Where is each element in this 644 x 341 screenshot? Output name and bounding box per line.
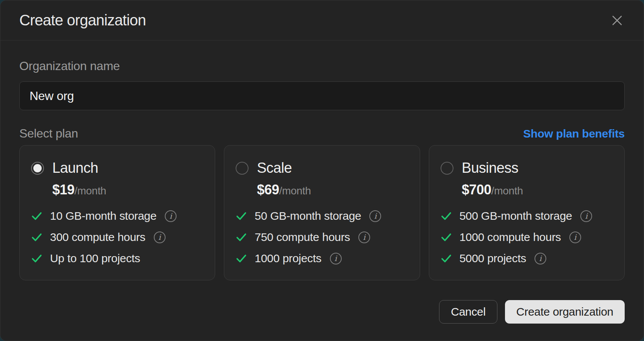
plan-features: 500 GB-month storage i 1000 compute hour… [441,209,614,265]
check-icon [31,253,42,264]
modal-footer: Cancel Create organization [19,300,625,324]
cancel-button[interactable]: Cancel [439,300,497,324]
plan-price-row: $69/month [257,182,409,198]
plan-card-business[interactable]: Business $700/month 500 GB-month storage… [429,145,625,280]
info-icon[interactable]: i [369,210,381,222]
plan-radio[interactable] [236,162,249,175]
plan-feature-row: 5000 projects i [441,252,614,265]
check-icon [236,232,247,243]
modal-body: Organization name Select plan Show plan … [0,59,644,324]
plan-card-scale[interactable]: Scale $69/month 50 GB-month storage i 75… [224,145,420,280]
plan-header: Launch [31,160,204,176]
info-icon[interactable]: i [330,253,342,264]
plan-feature-row: 300 compute hours i [31,230,204,244]
check-icon [31,210,42,222]
plan-radio[interactable] [31,162,44,175]
plan-feature-row: Up to 100 projects [31,252,204,265]
info-icon[interactable]: i [358,232,370,243]
plan-name: Business [462,160,518,176]
plan-feature-row: 500 GB-month storage i [441,209,614,223]
plan-price-period: /month [491,185,523,197]
plan-price: $700 [462,182,491,197]
create-organization-modal: Create organization Organization name Se… [0,0,644,341]
plan-feature-text: Up to 100 projects [50,252,140,265]
plan-feature-text: 1000 projects [255,252,321,265]
modal-title: Create organization [19,12,146,29]
plan-feature-row: 10 GB-month storage i [31,209,204,223]
info-icon[interactable]: i [154,232,166,243]
plan-header: Business [441,160,614,176]
organization-name-label: Organization name [19,59,625,73]
info-icon[interactable]: i [535,253,546,264]
plan-features: 50 GB-month storage i 750 compute hours … [236,209,409,265]
check-icon [236,253,247,264]
select-plan-label: Select plan [19,126,78,141]
create-organization-button[interactable]: Create organization [505,300,625,324]
plan-cards: Launch $19/month 10 GB-month storage i 3… [19,145,625,280]
plan-price: $19 [52,182,75,197]
info-icon[interactable]: i [580,210,592,222]
plan-radio[interactable] [441,162,453,175]
plan-price-row: $700/month [462,182,614,198]
plan-header: Scale [236,160,409,176]
plan-feature-text: 1000 compute hours [460,231,561,244]
plan-card-launch[interactable]: Launch $19/month 10 GB-month storage i 3… [19,145,215,280]
plan-name: Launch [52,160,98,176]
page-backdrop: Create organization Organization name Se… [0,0,644,341]
plan-feature-text: 5000 projects [460,252,526,265]
close-icon [611,15,623,26]
check-icon [236,210,247,222]
close-button[interactable] [610,13,625,28]
plan-name: Scale [257,160,292,176]
plan-price-row: $19/month [52,182,204,198]
plan-feature-text: 750 compute hours [255,231,350,244]
plan-feature-text: 300 compute hours [50,231,145,244]
plan-feature-row: 1000 projects i [236,252,409,265]
plan-feature-row: 750 compute hours i [236,230,409,244]
plan-feature-text: 10 GB-month storage [50,210,156,222]
plan-feature-text: 500 GB-month storage [460,210,572,222]
organization-name-input[interactable] [19,81,625,110]
check-icon [441,210,452,222]
show-plan-benefits-link[interactable]: Show plan benefits [523,127,625,140]
plan-feature-row: 1000 compute hours i [441,230,614,244]
select-plan-row: Select plan Show plan benefits [19,126,625,141]
plan-price: $69 [257,182,279,197]
check-icon [441,232,452,243]
check-icon [31,232,42,243]
info-icon[interactable]: i [569,232,581,243]
modal-header: Create organization [0,0,644,41]
plan-feature-text: 50 GB-month storage [255,210,361,222]
plan-price-period: /month [75,185,106,197]
check-icon [441,253,452,264]
plan-price-period: /month [279,185,311,197]
info-icon[interactable]: i [165,210,177,222]
plan-feature-row: 50 GB-month storage i [236,209,409,223]
plan-features: 10 GB-month storage i 300 compute hours … [31,209,204,265]
